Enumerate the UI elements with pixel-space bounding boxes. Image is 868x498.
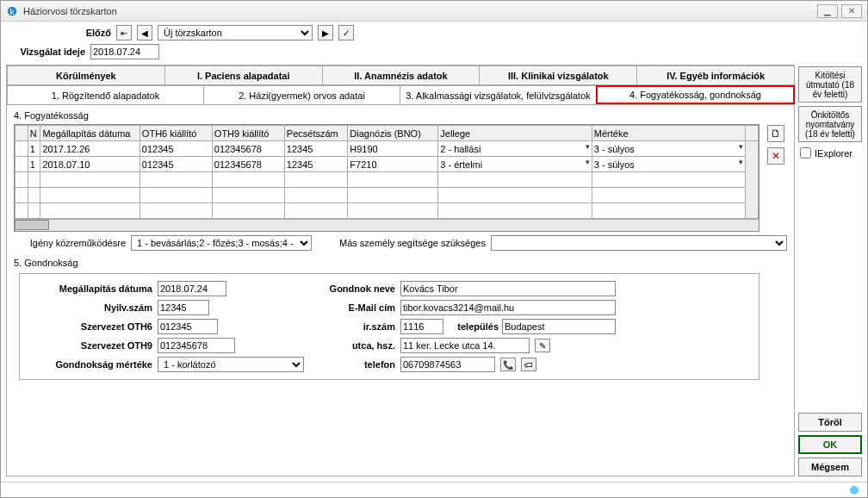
ok-button[interactable]: OK xyxy=(798,435,862,454)
guardian-box: Megállapítás dátuma Gondnok neve Nyilv.s… xyxy=(19,273,760,380)
tab-klinikai[interactable]: III. Klinikai vizsgálatok xyxy=(479,65,637,84)
nav-toolbar: Előző ⇤ ◀ Új törzskarton ▶ ✓ xyxy=(1,22,867,44)
col-oth6: OTH6 kiállító xyxy=(140,126,212,141)
status-icon xyxy=(848,484,860,496)
iexplorer-checkbox[interactable] xyxy=(800,147,811,159)
section5-title: 5. Gondnokság xyxy=(7,252,794,270)
tab-paciens[interactable]: I. Paciens alapadatai xyxy=(164,65,323,84)
col-pecset: Pecsétszám xyxy=(284,126,347,141)
delete-button[interactable]: Töröl xyxy=(798,413,862,432)
tab-egyeb[interactable]: IV. Egyéb információk xyxy=(636,65,795,84)
col-diag: Diagnózis (BNO) xyxy=(348,126,438,141)
form-button[interactable]: Önkitöltős nyomtatvány (18 év feletti) xyxy=(798,106,862,142)
g-nyilv-label: Nyilv.szám xyxy=(23,302,152,313)
g-name-label: Gondnok neve xyxy=(309,283,395,294)
g-ir-input[interactable] xyxy=(400,319,443,334)
exam-date-label: Vizsgálat ideje xyxy=(8,47,85,57)
scroll-header xyxy=(746,126,759,141)
assist-label: Igény közreműködésre xyxy=(14,238,126,248)
g-date-input[interactable] xyxy=(158,281,226,296)
g-ir-label: ir.szám xyxy=(309,321,395,332)
tab-anamnezis[interactable]: II. Anamnézis adatok xyxy=(322,65,480,84)
record-select[interactable]: Új törzskarton xyxy=(158,25,313,40)
vscroll[interactable] xyxy=(746,141,759,219)
statusbar xyxy=(1,482,867,497)
g-tel-label: telefon xyxy=(309,359,395,370)
forward-button[interactable]: ▶ xyxy=(318,25,333,40)
window-title: Háziorvosi törzskarton xyxy=(23,6,814,16)
g-oth9-input[interactable] xyxy=(158,338,235,353)
g-email-label: E-Mail cím xyxy=(309,302,395,313)
other-assist-select[interactable] xyxy=(491,235,787,251)
g-nyilv-input[interactable] xyxy=(158,300,209,315)
g-utca-row: ✎ xyxy=(400,338,616,353)
g-tel-row: 📞 🏷 xyxy=(400,357,616,372)
prev-record-button[interactable]: ⇤ xyxy=(116,25,132,40)
subtab-rogzitendo[interactable]: 1. Rögzítendő alapadatok xyxy=(7,85,204,104)
subtab-fogyatekossag[interactable]: 4. Fogyatékosság, gondnokság xyxy=(596,85,795,104)
svg-text:k: k xyxy=(10,6,15,16)
guide-button[interactable]: Kitöltési útmutató (18 év feletti) xyxy=(798,66,862,103)
assist-select[interactable]: 1 - bevásárlás;2 - főzés;3 - mosás;4 - t xyxy=(131,235,312,251)
cancel-button[interactable]: Mégsem xyxy=(798,458,862,476)
g-date-label: Megállapítás dátuma xyxy=(23,283,152,294)
svg-point-2 xyxy=(850,486,859,495)
g-utca-input[interactable] xyxy=(400,338,530,353)
right-pane: Kitöltési útmutató (18 év feletti) Önkit… xyxy=(798,65,862,476)
g-oth6-input[interactable] xyxy=(158,319,218,334)
g-utca-label: utca, hsz. xyxy=(309,340,395,351)
back-button[interactable]: ◀ xyxy=(137,25,152,40)
subtab-haziorvos[interactable]: 2. Házi(gyermek) orvos adatai xyxy=(203,85,400,104)
exam-date-input[interactable] xyxy=(90,44,159,59)
table-row[interactable]: 1 2018.07.10 012345 012345678 12345 F721… xyxy=(16,157,759,172)
col-oth9: OTH9 kiállító xyxy=(212,126,284,141)
iexplorer-row: IExplorer xyxy=(798,146,862,160)
exam-date-row: Vizsgálat ideje xyxy=(1,44,867,63)
phone-tag-icon[interactable]: 🏷 xyxy=(521,358,536,371)
action-buttons: Töröl OK Mégsem xyxy=(798,413,862,476)
new-row-button[interactable]: 🗋 xyxy=(767,125,784,142)
content-wrap: Körülmények I. Paciens alapadatai II. An… xyxy=(1,63,867,482)
delete-row-button[interactable]: ✕ xyxy=(767,147,784,165)
g-telepules-label: település xyxy=(447,321,499,332)
g-oth9-label: Szervezet OTH9 xyxy=(23,340,152,351)
edit-address-icon[interactable]: ✎ xyxy=(535,339,550,352)
main-tabs: Körülmények I. Paciens alapadatai II. An… xyxy=(7,65,794,85)
left-pane: Körülmények I. Paciens alapadatai II. An… xyxy=(6,65,795,476)
table-row[interactable]: 1 2017.12.26 012345 012345678 12345 H919… xyxy=(16,141,759,157)
col-date: Megállapítás dátuma xyxy=(40,126,140,141)
g-telepules-input[interactable] xyxy=(502,319,616,334)
g-mertek-select[interactable]: 1 - korlátozó xyxy=(158,357,304,372)
g-ir-row: település xyxy=(400,319,616,334)
row-marker-header xyxy=(16,126,28,141)
col-jelleg: Jellege xyxy=(438,126,592,141)
col-n: N xyxy=(28,126,40,141)
disability-table[interactable]: N Megállapítás dátuma OTH6 kiállító OTH9… xyxy=(15,125,759,219)
assist-row: Igény közreműködésre 1 - bevásárlás;2 - … xyxy=(7,233,794,252)
sub-tabs: 1. Rögzítendő alapadatok 2. Házi(gyermek… xyxy=(7,85,794,105)
minimize-button[interactable]: ▁ xyxy=(817,4,838,18)
table-row[interactable] xyxy=(16,203,759,219)
prev-label: Előző xyxy=(8,28,111,38)
hscroll[interactable] xyxy=(15,219,759,231)
close-button[interactable]: ✕ xyxy=(841,4,862,18)
subtab-alkalmassagi[interactable]: 3. Alkalmassági vizsgálatok, felülvizsgá… xyxy=(400,85,597,104)
section4-title: 4. Fogyatékosság xyxy=(7,105,794,122)
table-actions: 🗋 ✕ xyxy=(767,125,784,165)
main-window: k Háziorvosi törzskarton ▁ ✕ Előző ⇤ ◀ Ú… xyxy=(0,0,868,498)
other-assist-label: Más személy segítsége szükséges xyxy=(339,238,486,248)
g-mertek-label: Gondnokság mértéke xyxy=(23,359,152,370)
tab-korulmenyek[interactable]: Körülmények xyxy=(7,65,165,84)
g-name-input[interactable] xyxy=(400,281,616,296)
g-email-input[interactable] xyxy=(400,300,616,315)
g-tel-input[interactable] xyxy=(400,357,495,372)
table-row[interactable] xyxy=(16,188,759,203)
col-mertek: Mértéke xyxy=(592,126,745,141)
dial-icon[interactable]: 📞 xyxy=(500,358,516,371)
iexplorer-label: IExplorer xyxy=(815,148,852,159)
g-oth6-label: Szervezet OTH6 xyxy=(23,321,152,332)
app-icon: k xyxy=(6,5,18,17)
table-row[interactable] xyxy=(16,172,759,188)
confirm-nav-button[interactable]: ✓ xyxy=(338,25,354,40)
disability-table-wrap: 🗋 ✕ N Megállapítás dátuma OTH6 kiállító … xyxy=(14,124,760,232)
